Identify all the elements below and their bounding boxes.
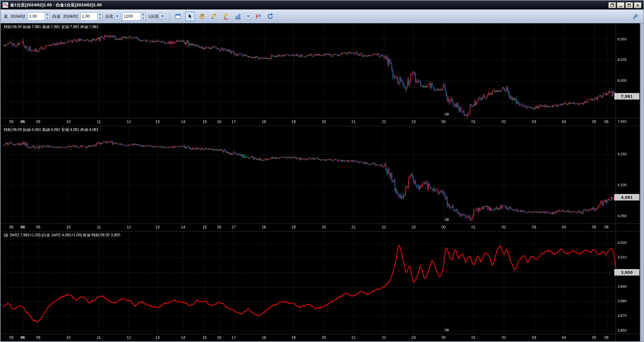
spin-down-icon[interactable]	[141, 16, 146, 20]
price-charts-canvas[interactable]	[1, 23, 643, 341]
spinner-buttons	[140, 13, 146, 20]
hand-icon	[199, 13, 206, 20]
price-box-2: 3,900	[614, 269, 640, 276]
annotate-tool-button[interactable]	[221, 12, 231, 21]
restore-icon	[611, 3, 614, 7]
indicator-menu-button[interactable]	[233, 12, 243, 21]
window-title: 金1分足[2024/02]1.00 - 白金1分足[2024/02]1.00	[10, 2, 102, 8]
refresh-icon	[267, 13, 274, 20]
gold-contract-month: 2024/02	[10, 14, 25, 19]
select-tool-button[interactable]	[185, 12, 195, 21]
price-box-0: 7,981	[614, 93, 640, 100]
minimize-button[interactable]	[617, 2, 624, 8]
restore-layout-button[interactable]	[608, 2, 616, 8]
bar-chart-icon	[235, 13, 242, 20]
platinum-multiplier-input[interactable]	[81, 13, 97, 20]
timeframe-dropdown-label: 1分足	[148, 14, 159, 19]
chart-type-button[interactable]	[253, 12, 263, 21]
chevron-down-icon[interactable]	[114, 13, 120, 20]
spin-up-icon[interactable]	[45, 13, 50, 17]
maximize-button[interactable]	[625, 2, 633, 8]
settings-button[interactable]	[631, 12, 640, 21]
spin-down-icon[interactable]	[98, 16, 102, 20]
app-logo-icon	[3, 2, 8, 8]
right-scroll-strip[interactable]	[640, 23, 643, 341]
pencil-icon	[211, 13, 218, 20]
gold-multiplier-input[interactable]	[28, 13, 45, 20]
bar-count-input[interactable]	[123, 13, 140, 20]
wrench-icon	[632, 13, 639, 20]
chart-info-2: [金 24/02 7,981×1.00]-[白金 24/02 4,081×1.0…	[4, 233, 120, 238]
maximize-icon	[628, 4, 631, 7]
app-window: 金1分足[2024/02]1.00 - 白金1分足[2024/02]1.00 ×…	[0, 0, 644, 342]
new-chart-window-button[interactable]	[173, 12, 183, 21]
chart-window-icon	[175, 13, 182, 20]
chart-info-0: 時刻:06:00 始値:7,981 高値:7,981 安値:7,981 終値:7…	[4, 24, 98, 30]
spinner-buttons	[97, 13, 102, 20]
gold-label: 金	[4, 14, 8, 19]
candlestick-icon	[255, 13, 262, 20]
spin-up-icon[interactable]	[98, 13, 102, 17]
pen-annotate-icon	[223, 13, 230, 20]
price-box-1: 4,081	[614, 194, 640, 201]
chart-region: 8,0508,0258,0007,95005060910111213141516…	[1, 23, 643, 341]
close-button[interactable]: ×	[634, 2, 641, 8]
pencil-tool-button[interactable]	[209, 12, 219, 21]
chevron-down-icon[interactable]	[160, 13, 165, 20]
timeframe-dropdown[interactable]: 1分足	[148, 13, 165, 20]
toolbar: 金 2024/02 白金 2024/02 分足 1分足	[1, 9, 643, 23]
interval-dropdown[interactable]: 分足	[105, 13, 120, 20]
pointer-cursor-icon	[187, 13, 194, 20]
spin-up-icon[interactable]	[141, 13, 146, 17]
toolbar-separator	[169, 12, 170, 21]
titlebar: 金1分足[2024/02]1.00 - 白金1分足[2024/02]1.00 ×	[1, 1, 643, 9]
hand-tool-button[interactable]	[197, 12, 207, 21]
platinum-contract-month: 2024/02	[63, 14, 78, 19]
spin-down-icon[interactable]	[45, 16, 50, 20]
reload-chart-button[interactable]	[265, 12, 275, 21]
indicator-menu-chevron-icon[interactable]	[245, 13, 251, 20]
close-icon: ×	[636, 3, 639, 8]
chart-info-1: 時刻:06:00 始値:4,081 高値:4,081 安値:4,081 終値:4…	[4, 127, 98, 133]
gold-multiplier-spinner[interactable]	[28, 12, 50, 21]
minimize-icon	[619, 6, 622, 7]
interval-dropdown-label: 分足	[105, 14, 113, 19]
platinum-multiplier-spinner[interactable]	[80, 12, 103, 21]
bar-count-spinner[interactable]	[122, 12, 146, 21]
platinum-label: 白金	[52, 14, 61, 19]
spinner-buttons	[45, 13, 50, 20]
window-controls: ×	[608, 2, 641, 8]
